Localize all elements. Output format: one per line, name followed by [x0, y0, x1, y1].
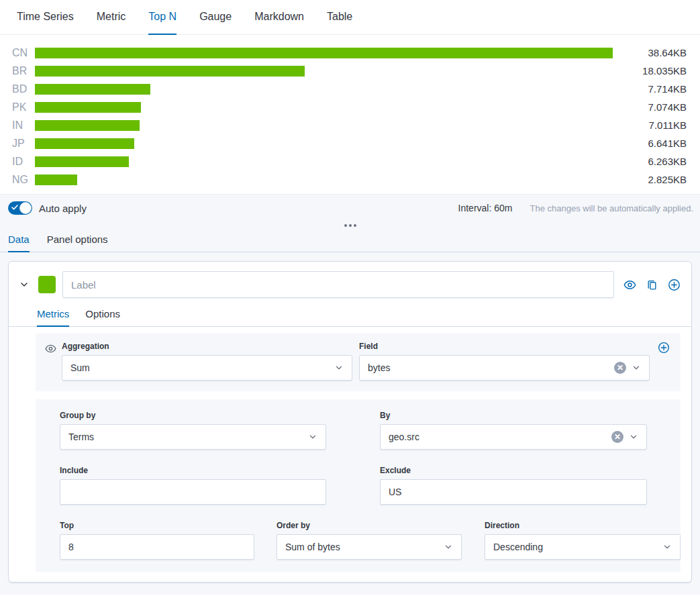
- top-input[interactable]: [60, 534, 254, 560]
- field-combobox[interactable]: bytes ✕: [359, 355, 650, 381]
- chevron-down-icon: [334, 363, 344, 372]
- tab-metrics[interactable]: Metrics: [37, 308, 69, 327]
- bar: [35, 66, 305, 77]
- bar-category-label: IN: [12, 119, 35, 132]
- viz-tab-top-n[interactable]: Top N: [148, 0, 177, 35]
- include-input[interactable]: [60, 479, 326, 505]
- chevron-down-icon: [632, 363, 641, 372]
- by-field-combobox[interactable]: geo.src ✕: [380, 424, 647, 450]
- bar: [35, 156, 129, 167]
- bar-category-label: PK: [12, 101, 35, 113]
- tab-options[interactable]: Options: [85, 308, 120, 327]
- bar-row: BR 18.035KB: [12, 62, 687, 80]
- clone-series-button[interactable]: [646, 279, 658, 291]
- bar-row: JP 6.641KB: [12, 134, 687, 152]
- tab-panel-options[interactable]: Panel options: [47, 234, 108, 252]
- bar: [35, 138, 134, 149]
- viz-tab-markdown[interactable]: Markdown: [254, 0, 304, 35]
- bar: [35, 102, 141, 113]
- bar: [35, 84, 150, 95]
- plus-circle-icon: [658, 342, 670, 354]
- bar-category-label: JP: [12, 138, 35, 150]
- viz-tab-table[interactable]: Table: [327, 0, 352, 35]
- auto-apply-bar: Auto apply Interval: 60m The changes wil…: [0, 195, 700, 221]
- collapse-series-button[interactable]: [19, 279, 30, 290]
- bar-category-label: CN: [12, 47, 35, 59]
- bar-value: 7.074KB: [613, 101, 687, 113]
- auto-apply-label: Auto apply: [39, 203, 87, 214]
- viz-type-tabs: Time Series Metric Top N Gauge Markdown …: [0, 0, 700, 35]
- bar-category-label: NG: [12, 174, 35, 186]
- clear-field-icon[interactable]: ✕: [614, 362, 626, 374]
- chevron-down-icon: [629, 432, 638, 442]
- by-label: By: [380, 411, 647, 420]
- group-by-panel: Group by Terms By geo.src ✕: [36, 399, 681, 572]
- bar-value: 18.035KB: [613, 65, 687, 77]
- order-by-select[interactable]: Sum of bytes: [277, 534, 462, 560]
- auto-apply-toggle[interactable]: [8, 201, 32, 215]
- editor-tabs: Data Panel options: [0, 234, 700, 252]
- panel-resize-handle[interactable]: [0, 221, 700, 230]
- bar-value: 2.825KB: [613, 174, 687, 185]
- series-card: Metrics Options Aggregation Sum Field by…: [8, 261, 692, 583]
- direction-label: Direction: [485, 521, 681, 530]
- series-tabs: Metrics Options: [9, 308, 691, 327]
- bar-value: 6.263KB: [613, 156, 687, 167]
- eye-icon: [623, 279, 636, 291]
- chevron-down-icon: [444, 542, 453, 552]
- plus-circle-icon: [668, 279, 681, 291]
- exclude-label: Exclude: [380, 466, 647, 475]
- bar-row: ID 6.263KB: [12, 152, 687, 170]
- viz-tab-time-series[interactable]: Time Series: [17, 0, 74, 35]
- aggregation-select[interactable]: Sum: [62, 355, 352, 381]
- field-label: Field: [359, 342, 650, 351]
- bar-row: NG 2.825KB: [12, 170, 687, 189]
- editor-area: Auto apply Interval: 60m The changes wil…: [0, 194, 700, 595]
- toggle-series-visibility-button[interactable]: [623, 279, 636, 291]
- bar-row: PK 7.074KB: [12, 98, 687, 116]
- metric-row-panel: Aggregation Sum Field bytes ✕: [36, 334, 681, 391]
- bar-category-label: ID: [12, 156, 35, 168]
- group-by-label: Group by: [60, 411, 326, 420]
- chevron-down-icon: [19, 279, 30, 290]
- aggregation-label: Aggregation: [62, 342, 352, 351]
- top-n-chart: CN 38.64KB BR 18.035KB BD 7.714KB PK 7.0…: [0, 35, 700, 194]
- series-color-swatch[interactable]: [38, 276, 56, 293]
- viz-tab-metric[interactable]: Metric: [97, 0, 126, 35]
- chevron-down-icon: [662, 542, 672, 552]
- check-icon: [11, 205, 18, 210]
- add-metric-button[interactable]: [658, 342, 670, 354]
- bar: [35, 174, 77, 185]
- eye-icon: [45, 343, 56, 354]
- viz-tab-gauge[interactable]: Gauge: [199, 0, 232, 35]
- interval-text: Interval: 60m: [458, 203, 513, 213]
- bar-value: 38.64KB: [613, 47, 687, 58]
- auto-apply-note: The changes will be automatically applie…: [530, 203, 693, 213]
- toggle-knob: [19, 202, 32, 214]
- include-label: Include: [60, 466, 326, 475]
- bar-category-label: BR: [12, 65, 35, 77]
- bar-row: BD 7.714KB: [12, 80, 687, 98]
- exclude-input[interactable]: [380, 479, 647, 505]
- series-label-input[interactable]: [62, 271, 614, 298]
- bar-value: 7.714KB: [613, 83, 687, 95]
- bar-row: IN 7.011KB: [12, 116, 687, 134]
- bar-value: 7.011KB: [613, 119, 687, 131]
- clear-by-field-icon[interactable]: ✕: [611, 431, 623, 443]
- bar-row: CN 38.64KB: [12, 44, 687, 62]
- tab-data[interactable]: Data: [8, 234, 30, 252]
- direction-select[interactable]: Descending: [485, 534, 681, 560]
- metric-drag-handle[interactable]: [45, 343, 56, 357]
- add-series-button[interactable]: [668, 279, 681, 291]
- bar: [35, 120, 140, 131]
- bar: [35, 48, 613, 58]
- chevron-down-icon: [308, 432, 317, 442]
- series-header: [9, 262, 691, 298]
- top-label: Top: [60, 521, 254, 530]
- copy-icon: [646, 279, 658, 291]
- bar-category-label: BD: [12, 83, 35, 95]
- bar-value: 6.641KB: [613, 138, 687, 149]
- group-by-select[interactable]: Terms: [60, 424, 326, 450]
- order-by-label: Order by: [277, 521, 462, 530]
